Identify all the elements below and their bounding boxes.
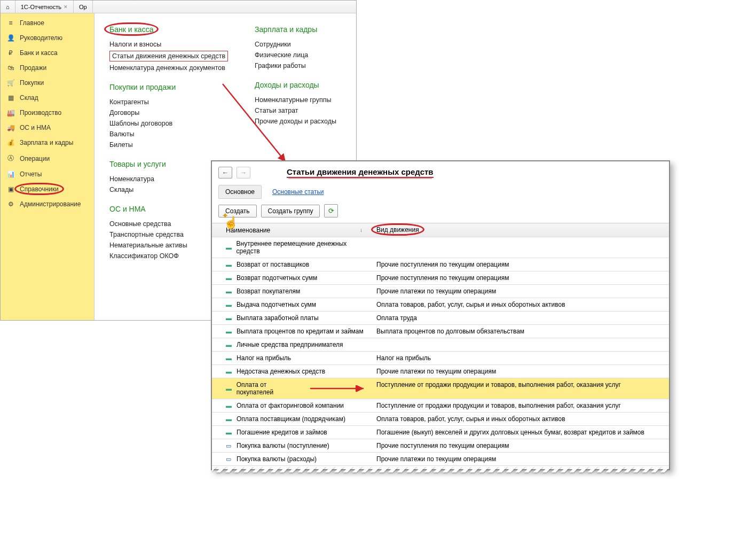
row-kind [372,237,669,258]
forward-button[interactable]: → [237,167,250,178]
chart-icon: 📊 [7,170,14,178]
grid-icon: ▦ [7,94,14,102]
sidebar-item-purchases[interactable]: 🛒Покупки [1,75,94,90]
sidebar-item-label: Производство [20,109,61,116]
table-row[interactable]: ▬Выплата заработной платыОплата труда [212,312,669,325]
table-row[interactable]: ▬Налог на прибыльНалог на прибыль [212,352,669,365]
table-row[interactable]: ▬Выплата процентов по кредитам и займамВ… [212,325,669,338]
section-title: Зарплата и кадры [255,25,336,34]
sidebar-item-operations[interactable]: ⒶОперации [1,150,94,167]
table-row[interactable]: ▬Оплата от факторинговой компанииПоступл… [212,399,669,413]
data-table: Наименование↓ Вид движения ▬Внутреннее п… [212,223,669,466]
sidebar-item-label: Администрирование [20,200,81,208]
table-row[interactable]: ▬Внутреннее перемещение денежных средств [212,237,669,258]
content-link[interactable]: Физические лица [255,50,336,60]
ruble-icon: ₽ [7,49,14,57]
table-row[interactable]: ▬Недостача денежных средствПрочие платеж… [212,365,669,378]
sidebar-item-label: ОС и НМА [20,124,51,131]
content-link[interactable]: Контрагенты [109,97,228,107]
table-row[interactable]: ▬Выдача подотчетных суммОплата товаров, … [212,298,669,312]
sidebar-item-assets[interactable]: 🚚ОС и НМА [1,120,94,135]
row-name: Выплата процентов по кредитам и займам [237,328,364,335]
content-link[interactable]: Номенклатурные группы [255,95,336,105]
content-link[interactable]: Номенклатура [109,174,228,184]
section-title: Банк и касса [109,25,228,34]
create-group-button[interactable]: Создать группу [261,205,320,217]
table-row[interactable]: ▬Личные средства предпринимателя [212,338,669,352]
content-link[interactable]: Валюты [109,129,228,139]
item-icon: ▬ [226,244,233,251]
content-link[interactable]: Классификатор ОКОФ [109,251,228,261]
popup-title: Статьи движения денежных средств [287,167,434,178]
sidebar-item-bank[interactable]: ₽Банк и касса [1,45,94,60]
tab-main-articles[interactable]: Основные статьи [266,185,330,199]
item-icon: ▬ [226,261,233,268]
arrow-icon [310,385,368,392]
sidebar-item-manager[interactable]: 👤Руководителю [1,30,94,45]
sidebar-item-label: Операции [20,155,50,162]
sidebar-item-production[interactable]: 🏭Производство [1,105,94,120]
table-row[interactable]: ▭Покупка валюты (поступление)Прочие пост… [212,439,669,453]
table-row[interactable]: ▬Погашение кредитов и займовПогашение (в… [212,426,669,439]
content-link[interactable]: Номенклатура денежных документов [109,63,228,73]
tab-home[interactable]: ⌂ [1,1,15,13]
sidebar-item-label: Продажи [20,64,46,72]
item-icon: ▭ [226,456,233,463]
refresh-button[interactable]: ⟳ [324,204,338,217]
table-row[interactable]: ▬Оплата от покупателейПоступление от про… [212,378,669,399]
table-row[interactable]: ▬Оплата поставщикам (подрядчикам)Оплата … [212,413,669,426]
row-kind: Поступление от продажи продукции и товар… [372,399,669,412]
content-link[interactable]: Налоги и взносы [109,39,228,50]
sidebar-item-main[interactable]: ≡Главное [1,15,94,30]
sidebar-item-sales[interactable]: 🛍Продажи [1,60,94,75]
row-kind: Прочие поступления по текущим операциям [372,271,669,284]
content-link[interactable]: Основные средства [109,219,228,229]
row-kind: Прочие платежи по текущим операциям [372,453,669,465]
bag-icon: 🛍 [7,64,14,72]
row-kind: Поступление от продажи продукции и товар… [372,378,669,399]
row-kind: Прочие поступления по текущим операциям [372,258,669,271]
column-name[interactable]: Наименование [226,227,270,234]
truck-icon: 🚚 [7,124,14,131]
tab-reporting[interactable]: 1С-Отчетность✕ [15,1,74,13]
table-row[interactable]: ▬Возврат подотчетных суммПрочие поступле… [212,271,669,285]
content-link[interactable]: Транспортные средства [109,229,228,240]
table-row[interactable]: ▬Возврат покупателямПрочие платежи по те… [212,285,669,298]
home-icon: ⌂ [6,4,10,10]
content-link[interactable]: Прочие доходы и расходы [255,116,336,127]
content-link[interactable]: Статьи затрат [255,105,336,116]
content-link[interactable]: Билеты [109,139,228,150]
content-link[interactable]: Договоры [109,107,228,118]
item-icon: ▬ [226,429,233,436]
tab-other[interactable]: Ор [74,1,93,13]
back-button[interactable]: ← [218,167,232,178]
table-row[interactable]: ▬Возврат от поставщиковПрочие поступлени… [212,258,669,271]
item-icon: ▬ [226,385,233,392]
content-link[interactable]: Статьи движения денежных средств [109,51,228,61]
book-icon: ▣ [7,185,14,193]
tab-main[interactable]: Основное [218,185,262,199]
sidebar-item-warehouse[interactable]: ▦Склад [1,90,94,105]
content-link[interactable]: Сотрудники [255,39,336,50]
row-name: Недостача денежных средств [237,368,325,375]
row-name: Оплата поставщикам (подрядчикам) [237,415,345,423]
row-kind: Выплата процентов по долговым обязательс… [372,325,669,338]
money-icon: 💰 [7,139,14,146]
sidebar-item-label: Главное [20,19,44,27]
close-icon[interactable]: ✕ [64,4,68,10]
sidebar-item-salary[interactable]: 💰Зарплата и кадры [1,135,94,150]
content-link[interactable]: Склады [109,184,228,195]
content-link[interactable]: Нематериальные активы [109,240,228,251]
column-kind[interactable]: Вид движения [376,226,419,234]
row-name: Выплата заработной платы [237,314,319,322]
row-name: Личные средства предпринимателя [237,341,343,348]
table-row[interactable]: ▭Покупка валюты (расходы)Прочие платежи … [212,453,669,466]
item-icon: ▬ [226,288,233,294]
content-link[interactable]: Шаблоны договоров [109,118,228,129]
create-button[interactable]: Создать [218,205,257,217]
item-icon: ▬ [226,402,233,409]
content-link[interactable]: Графики работы [255,60,336,71]
sidebar-item-reports[interactable]: 📊Отчеты [1,167,94,182]
sidebar-item-admin[interactable]: ⚙Администрирование [1,197,94,212]
sidebar-item-catalogs[interactable]: ▣Справочники [1,182,94,197]
